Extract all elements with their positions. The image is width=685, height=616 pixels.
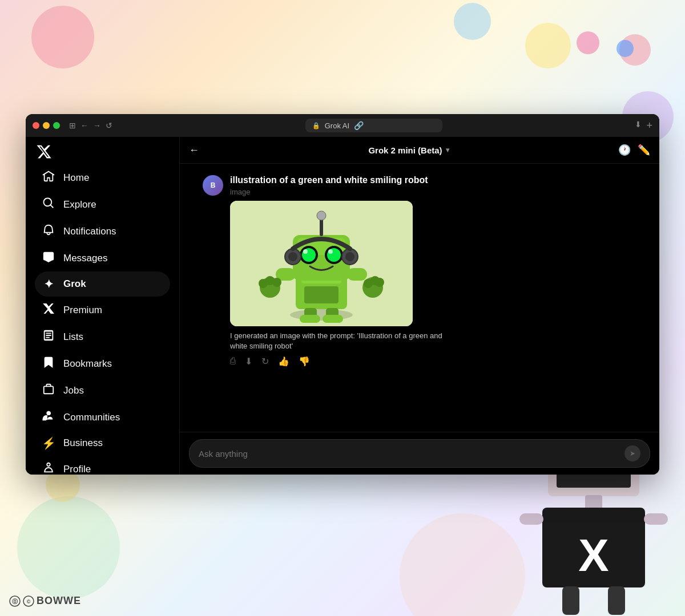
lock-icon: 🔒 [312,122,320,129]
browser-window: ⊞ ← → ↺ 🔒 Grok AI 🔗 ⬇ + [26,114,659,475]
svg-rect-50 [644,513,668,525]
forward-button[interactable]: → [93,121,101,129]
caption-text: I generated an image with the prompt: 'I… [230,331,458,351]
grok-back-button[interactable]: ← [189,144,199,156]
message-content: illustration of a green and white smilin… [230,175,636,367]
generated-image [230,201,413,326]
svg-text:©: © [27,599,31,605]
sidebar: Home Explore Notifications [26,137,180,475]
sidebar-item-home[interactable]: Home [35,164,170,191]
input-area: ➤ [180,432,659,475]
maximize-window-button[interactable] [53,122,60,129]
svg-point-9 [317,211,326,220]
svg-point-17 [288,252,297,261]
main-content: ← Grok 2 mini (Beta) ▾ 🕐 ✏️ B illus [180,137,659,475]
send-button[interactable]: ➤ [624,445,640,461]
sidebar-item-label-premium: Premium [63,305,102,316]
sidebar-item-bookmarks[interactable]: Bookmarks [35,350,170,377]
sidebar-item-business[interactable]: ⚡ Business [35,431,170,456]
message-actions: ⎙ ⬇ ↻ 👍 👎 [230,356,636,367]
new-tab-button[interactable]: + [646,120,652,132]
svg-rect-25 [347,268,367,281]
sidebar-item-label-jobs: Jobs [63,385,84,396]
notifications-icon [42,224,55,239]
traffic-lights [33,122,60,129]
close-window-button[interactable] [33,122,39,129]
message-title: illustration of a green and white smilin… [230,175,636,185]
edit-icon[interactable]: ✏️ [638,144,650,156]
sidebar-nav: Home Explore Notifications [35,164,170,475]
communities-icon [42,410,55,425]
browser-actions: ⬇ + [635,120,652,132]
svg-rect-49 [519,513,543,525]
svg-point-29 [375,278,384,287]
image-label: image [230,188,636,196]
grok-icon: ✦ [42,277,55,291]
svg-rect-4 [304,286,339,303]
address-bar[interactable]: 🔒 Grok AI 🔗 [305,119,442,132]
sidebar-item-lists[interactable]: Lists [35,323,170,350]
sidebar-item-profile[interactable]: Profile [35,456,170,475]
browser-chrome: ⊞ ← → ↺ 🔒 Grok AI 🔗 ⬇ + [26,114,659,137]
download-icon[interactable]: ⬇ [635,120,642,132]
sidebar-item-label-profile: Profile [63,464,91,475]
bookmarks-icon [42,356,55,371]
grok-header-actions: 🕐 ✏️ [618,144,650,156]
profile-icon [42,461,55,475]
messages-icon [42,250,55,266]
chat-input[interactable] [199,449,620,459]
message-avatar: B [203,175,223,196]
sidebar-item-communities[interactable]: Communities [35,404,170,431]
thumbsup-action[interactable]: 👍 [278,356,289,367]
back-button[interactable]: ← [80,121,88,129]
chevron-down-icon: ▾ [446,146,449,154]
grok-header: ← Grok 2 mini (Beta) ▾ 🕐 ✏️ [180,137,659,164]
address-bar-area: 🔒 Grok AI 🔗 [117,119,630,132]
thumbsdown-action[interactable]: 👎 [299,356,310,367]
download-action[interactable]: ⬇ [245,356,252,367]
sidebar-item-label-notifications: Notifications [63,226,116,237]
svg-rect-32 [300,315,320,323]
svg-point-1 [290,309,353,321]
sidebar-item-notifications[interactable]: Notifications [35,218,170,245]
sidebar-item-grok[interactable]: ✦ Grok [35,271,170,297]
explore-icon [42,197,55,212]
refresh-action[interactable]: ↻ [261,356,269,367]
sidebar-item-label-grok: Grok [63,278,86,290]
sidebar-item-jobs[interactable]: Jobs [35,377,170,404]
business-icon: ⚡ [42,436,55,450]
bowwe-brand-text: ⓪ © BOWWE [9,595,81,607]
grok-model-selector[interactable]: Grok 2 mini (Beta) ▾ [368,145,449,155]
lists-icon [42,329,55,345]
sidebar-item-label-messages: Messages [63,253,107,264]
premium-icon [42,302,55,318]
chat-area[interactable]: B illustration of a green and white smil… [180,164,659,432]
sidebar-item-label-communities: Communities [63,412,120,423]
send-icon: ➤ [630,449,635,457]
jobs-icon [42,383,55,398]
sidebar-item-explore[interactable]: Explore [35,191,170,218]
copy-action[interactable]: ⎙ [230,356,236,367]
sidebar-item-label-business: Business [63,437,103,449]
svg-point-15 [328,249,333,254]
svg-text:X: X [578,530,609,581]
link-icon: 🔗 [354,121,364,130]
x-logo[interactable] [35,144,53,160]
tab-title: Grok AI [325,121,349,130]
svg-rect-33 [323,315,343,323]
grok-model-name: Grok 2 mini (Beta) [368,145,442,155]
svg-rect-51 [562,586,579,615]
browser-content: Home Explore Notifications [26,137,659,475]
input-wrapper: ➤ [189,439,650,468]
home-icon [42,170,55,185]
sidebar-item-label-bookmarks: Bookmarks [63,358,112,370]
svg-rect-52 [608,586,625,615]
sidebar-item-label-home: Home [63,172,89,184]
sidebar-toggle-button[interactable]: ⊞ [69,121,76,129]
history-icon[interactable]: 🕐 [618,144,631,156]
browser-nav-controls: ⊞ ← → ↺ [69,121,112,129]
reload-button[interactable]: ↺ [106,121,112,129]
minimize-window-button[interactable] [43,122,50,129]
sidebar-item-premium[interactable]: Premium [35,297,170,323]
sidebar-item-messages[interactable]: Messages [35,245,170,271]
